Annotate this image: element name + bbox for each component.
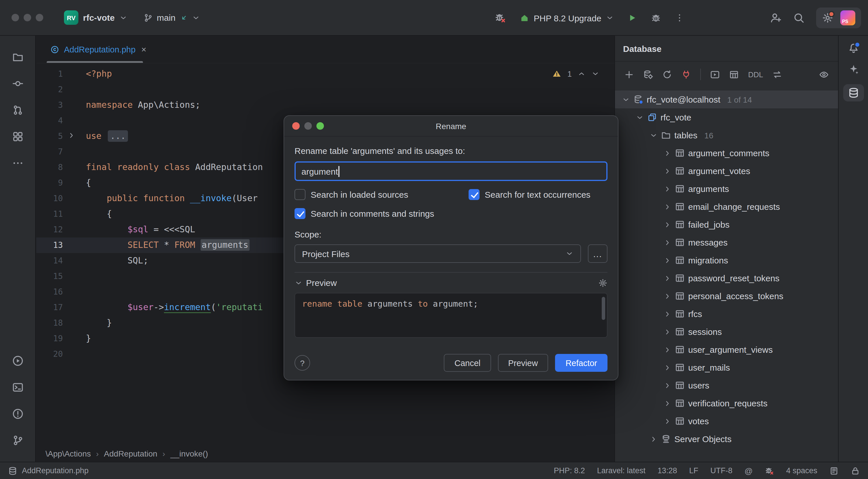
- scope-more-button[interactable]: ...: [588, 244, 608, 263]
- dialog-zoom-button[interactable]: [316, 122, 324, 130]
- preview-button[interactable]: Preview: [498, 354, 548, 372]
- db-table-row[interactable]: failed_jobs: [615, 216, 838, 234]
- db-table-row[interactable]: migrations: [615, 251, 838, 269]
- encoding-widget[interactable]: UTF-8: [710, 466, 733, 475]
- project-widget[interactable]: RV rfc-vote: [64, 10, 127, 25]
- inspection-widget[interactable]: 1: [553, 69, 599, 79]
- view-options-button[interactable]: [819, 69, 829, 79]
- vcs-branch-widget[interactable]: main: [144, 13, 200, 23]
- db-table-row[interactable]: arguments: [615, 180, 838, 198]
- dialog-close-button[interactable]: [292, 122, 300, 130]
- chevron-right-icon[interactable]: [663, 238, 672, 246]
- datasource-settings-button[interactable]: [643, 69, 653, 79]
- caret-position-widget[interactable]: 13:28: [658, 466, 677, 475]
- more-actions-button[interactable]: [675, 13, 684, 23]
- chevron-right-icon[interactable]: [663, 220, 672, 229]
- help-button[interactable]: ?: [294, 355, 310, 371]
- refresh-button[interactable]: [662, 69, 672, 79]
- breadcrumb-item[interactable]: __invoke(): [170, 449, 208, 458]
- ai-assistant-button[interactable]: [847, 63, 859, 75]
- preview-settings-button[interactable]: [598, 278, 608, 287]
- chevron-right-icon[interactable]: [663, 149, 672, 157]
- close-window-button[interactable]: [11, 14, 19, 21]
- chevron-right-icon[interactable]: [663, 363, 672, 371]
- chevron-right-icon[interactable]: [663, 256, 672, 264]
- search-everywhere-button[interactable]: [793, 12, 805, 24]
- db-table-row[interactable]: personal_access_tokens: [615, 287, 838, 305]
- laravel-widget[interactable]: Laravel: latest: [597, 466, 646, 475]
- db-table-row[interactable]: votes: [615, 412, 838, 430]
- refactor-button[interactable]: Refactor: [555, 354, 608, 372]
- document-icon[interactable]: [829, 466, 839, 475]
- db-table-row[interactable]: rfcs: [615, 305, 838, 323]
- structure-tool-button[interactable]: [12, 131, 23, 142]
- db-connection-row[interactable]: rfc_vote@localhost1 of 14: [615, 90, 838, 108]
- dialog-header[interactable]: Rename: [284, 116, 618, 137]
- run-configuration-selector[interactable]: PHP 8.2 Upgrade: [520, 13, 614, 23]
- debug-button[interactable]: [651, 13, 661, 23]
- chevron-right-icon[interactable]: [663, 310, 672, 318]
- editor-options-button[interactable]: [605, 45, 614, 54]
- run-tool-button[interactable]: [12, 355, 23, 367]
- collapse-icon[interactable]: [294, 279, 303, 287]
- checkbox-box[interactable]: [294, 208, 306, 219]
- breadcrumb-item[interactable]: \App\Actions: [45, 449, 91, 458]
- zoom-window-button[interactable]: [36, 14, 43, 21]
- debug-listener-icon[interactable]: [495, 12, 506, 24]
- problems-tool-button[interactable]: [12, 408, 23, 420]
- scrollbar-thumb[interactable]: [602, 297, 605, 320]
- more-tools-button[interactable]: [12, 157, 23, 169]
- minimize-window-button[interactable]: [24, 14, 31, 21]
- next-problem-button[interactable]: [591, 70, 599, 78]
- db-tables-folder-row[interactable]: tables16: [615, 126, 838, 144]
- notifications-button[interactable]: [847, 43, 859, 54]
- scope-select[interactable]: Project Files: [294, 244, 581, 263]
- preview-section-header[interactable]: Preview: [294, 278, 608, 288]
- checkbox-box[interactable]: [294, 189, 306, 200]
- ddl-button[interactable]: DDL: [748, 70, 763, 79]
- version-control-tool-button[interactable]: [12, 435, 23, 446]
- chevron-right-icon[interactable]: [663, 185, 672, 193]
- run-button[interactable]: [628, 13, 637, 23]
- dialog-window-controls[interactable]: [292, 122, 324, 130]
- chevron-right-icon[interactable]: [663, 381, 672, 389]
- chevron-right-icon[interactable]: [663, 203, 672, 211]
- indent-widget[interactable]: 4 spaces: [786, 466, 817, 475]
- chevron-right-icon[interactable]: [663, 167, 672, 175]
- checkbox-search-in-loaded-sources[interactable]: Search in loaded sources: [294, 189, 469, 200]
- db-table-row[interactable]: messages: [615, 234, 838, 251]
- chevron-down-icon[interactable]: [650, 131, 658, 139]
- previous-problem-button[interactable]: [578, 70, 586, 78]
- db-table-row[interactable]: user_mails: [615, 359, 838, 377]
- db-server-objects-row[interactable]: Server Objects: [615, 430, 838, 448]
- compare-button[interactable]: [772, 69, 782, 79]
- chevron-right-icon[interactable]: [663, 328, 672, 336]
- chevron-right-icon[interactable]: [663, 346, 672, 354]
- statusbar-file-widget[interactable]: AddReputation.php: [8, 466, 89, 475]
- debugger-status-icon[interactable]: [765, 466, 774, 475]
- window-controls[interactable]: [0, 14, 43, 21]
- chevron-right-icon[interactable]: [663, 417, 672, 425]
- lock-icon[interactable]: [851, 466, 860, 475]
- line-separator-widget[interactable]: LF: [689, 466, 698, 475]
- database-tool-button[interactable]: [843, 84, 864, 101]
- chevron-right-icon[interactable]: [663, 399, 672, 407]
- code-with-me-button[interactable]: [770, 12, 781, 24]
- db-table-row[interactable]: argument_comments: [615, 144, 838, 162]
- table-editor-button[interactable]: [729, 69, 739, 79]
- commit-tool-button[interactable]: [12, 78, 23, 89]
- query-console-button[interactable]: [710, 69, 720, 79]
- php-version-widget[interactable]: PHP: 8.2: [554, 466, 585, 475]
- db-table-row[interactable]: email_change_requests: [615, 198, 838, 216]
- new-datasource-button[interactable]: [624, 69, 634, 79]
- annotation-widget[interactable]: @: [744, 466, 752, 475]
- db-table-row[interactable]: user_argument_views: [615, 341, 838, 359]
- cancel-button[interactable]: Cancel: [444, 354, 491, 372]
- db-schema-row[interactable]: rfc_vote: [615, 108, 838, 126]
- settings-button[interactable]: [822, 12, 833, 24]
- chevron-right-icon[interactable]: [663, 292, 672, 300]
- chevron-down-icon[interactable]: [622, 95, 630, 103]
- chevron-right-icon[interactable]: [663, 274, 672, 282]
- rename-input[interactable]: argument: [294, 161, 608, 181]
- project-tool-button[interactable]: [12, 51, 23, 63]
